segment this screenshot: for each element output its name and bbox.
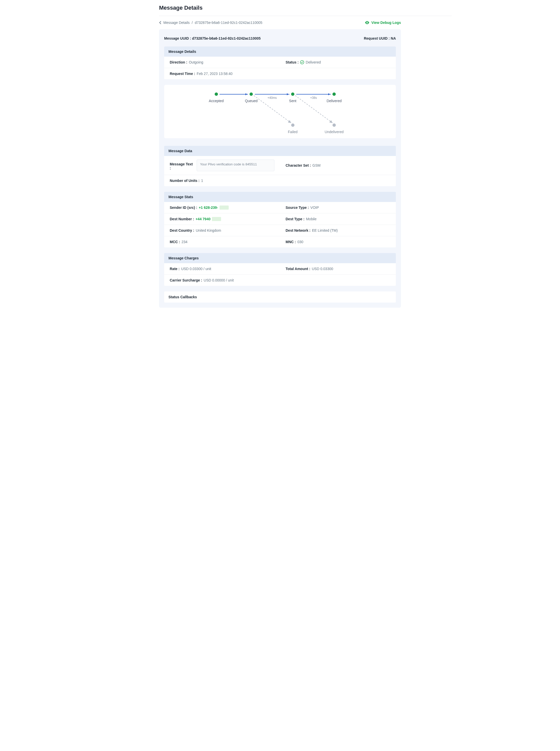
message-uuid-value: d732875e-b6a6-11ed-92c1-0242ac110005	[192, 36, 261, 40]
flow-label-undelivered: Undelivered	[325, 130, 344, 134]
request-uuid-label: Request UUID :	[364, 36, 390, 40]
desttype-label: Dest Type :	[285, 217, 304, 221]
dot-icon	[249, 93, 253, 96]
mcc-value: 234	[181, 240, 187, 244]
flow-label-queued: Queued	[245, 99, 258, 103]
dot-icon	[333, 123, 336, 127]
breadcrumb-root: Message Details	[163, 21, 190, 25]
section-message-stats: Message Stats Sender ID (src) : +1 628-2…	[164, 192, 396, 247]
section-header-message-stats: Message Stats	[164, 192, 396, 202]
message-text-label: Message Text :	[170, 160, 194, 170]
svg-point-0	[367, 22, 368, 23]
total-value: USD 0.03300	[312, 267, 333, 271]
chevron-left-icon	[159, 21, 161, 24]
dest-label: Dest Number :	[170, 217, 194, 221]
flow-label-delivered: Delivered	[326, 99, 341, 103]
breadcrumb-sep: /	[192, 21, 193, 25]
sender-value[interactable]: +1 628-239-	[199, 205, 218, 209]
flow-node-failed: Failed	[288, 123, 298, 134]
srctype-value: VOIP	[311, 205, 319, 209]
flow-node-sent: Sent	[289, 93, 297, 103]
flow-dashed-lines	[164, 85, 396, 138]
section-header-message-details: Message Details	[164, 46, 396, 57]
section-message-details: Message Details Direction : Outgoing Sta…	[164, 46, 396, 79]
rate-label: Rate :	[170, 267, 180, 271]
flow-label-sent: Sent	[289, 99, 297, 103]
charset-label: Character Set :	[285, 163, 311, 167]
carrier-label: Carrier Surcharge :	[170, 278, 202, 282]
flow-timing-sent-delivered: +38s	[308, 96, 319, 100]
charset-value: GSM	[313, 163, 321, 167]
sender-label: Sender ID (src) :	[170, 205, 197, 209]
rate-value: USD 0.03300 / unit	[181, 267, 211, 271]
breadcrumb-leaf: d732875e-b6a6-11ed-92c1-0242ac110005	[195, 21, 262, 25]
flow-label-accepted: Accepted	[209, 99, 224, 103]
status-badge: Delivered	[300, 60, 321, 64]
svg-line-2	[254, 96, 291, 123]
request-uuid-value: NA	[391, 36, 396, 40]
page-title: Message Details	[159, 4, 401, 16]
message-flow-diagram: Accepted Queued Sent Delivered +40ms +38…	[164, 85, 396, 138]
main-panel: Message UUID : d732875e-b6a6-11ed-92c1-0…	[159, 29, 401, 308]
flow-node-undelivered: Undelivered	[325, 123, 344, 134]
section-header-message-charges: Message Charges	[164, 253, 396, 263]
status-label: Status :	[285, 60, 299, 64]
eye-icon	[365, 21, 369, 24]
breadcrumb[interactable]: Message Details / d732875e-b6a6-11ed-92c…	[159, 21, 262, 25]
section-header-message-data: Message Data	[164, 146, 396, 156]
request-time-label: Request Time :	[170, 72, 195, 76]
mcc-label: MCC :	[170, 240, 180, 244]
sender-redacted	[220, 205, 229, 209]
svg-marker-3	[288, 120, 291, 123]
units-label: Number of Units :	[170, 179, 199, 183]
message-uuid: Message UUID : d732875e-b6a6-11ed-92c1-0…	[164, 36, 261, 40]
flow-arrow	[255, 94, 289, 95]
country-label: Dest Country :	[170, 228, 194, 232]
flow-arrow	[220, 94, 248, 95]
srctype-label: Source Type :	[285, 205, 309, 209]
dot-icon	[291, 123, 294, 127]
section-status-callbacks: Status Callbacks	[164, 291, 396, 303]
section-header-status-callbacks: Status Callbacks	[164, 291, 396, 303]
flow-label-failed: Failed	[288, 130, 298, 134]
section-message-data: Message Data Message Text : Your Plivo v…	[164, 146, 396, 186]
svg-marker-5	[329, 120, 333, 123]
network-label: Dest Network :	[285, 228, 311, 232]
mnc-label: MNC :	[285, 240, 296, 244]
request-time-value: Feb 27, 2023 13:58:40	[197, 72, 233, 76]
dest-value[interactable]: +44 7940	[196, 217, 211, 221]
flow-timing-queued-sent: +40ms	[266, 96, 279, 100]
direction-label: Direction :	[170, 60, 187, 64]
desttype-value: Mobile	[306, 217, 316, 221]
dot-icon	[332, 93, 336, 96]
message-uuid-label: Message UUID :	[164, 36, 191, 40]
dest-redacted	[212, 217, 221, 221]
total-label: Total Amount :	[285, 267, 310, 271]
mnc-value: 030	[297, 240, 303, 244]
direction-value: Outgoing	[189, 60, 203, 64]
dot-icon	[215, 93, 218, 96]
flow-arrow	[296, 94, 331, 95]
message-text-value: Your Plivo verification code is 845511	[197, 160, 275, 171]
status-value: Delivered	[306, 60, 321, 64]
network-value: EE Limited (TM)	[312, 228, 338, 232]
section-message-charges: Message Charges Rate : USD 0.03300 / uni…	[164, 253, 396, 286]
country-value: United Kingdom	[196, 228, 221, 232]
request-uuid: Request UUID : NA	[364, 36, 396, 40]
dot-icon	[291, 93, 295, 96]
view-debug-logs-label: View Debug Logs	[372, 21, 401, 25]
units-value: 1	[201, 179, 203, 183]
check-circle-icon	[300, 60, 304, 64]
view-debug-logs-link[interactable]: View Debug Logs	[365, 21, 401, 25]
carrier-value: USD 0.00000 / unit	[204, 278, 234, 282]
